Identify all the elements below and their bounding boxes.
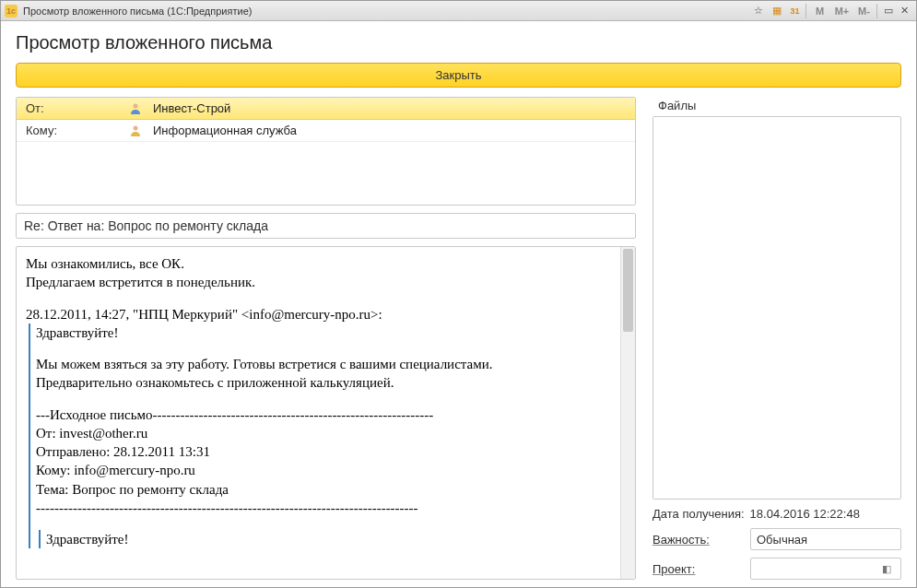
email-headers: От: Инвест-Строй Кому: Информационная сл… (16, 97, 636, 206)
app-icon: 1c (5, 5, 18, 18)
close-button[interactable]: Закрыть (16, 63, 901, 88)
body-line: Тема: Вопрос по ремонту склада (36, 480, 611, 499)
files-label: Файлы (652, 97, 901, 116)
files-list[interactable] (652, 116, 901, 500)
body-line: Отправлено: 28.12.2011 13:31 (36, 442, 611, 461)
body-line: Мы можем взяться за эту работу. Готовы в… (36, 355, 611, 373)
left-column: От: Инвест-Строй Кому: Информационная сл… (16, 97, 636, 580)
mminus-button[interactable]: M- (852, 3, 875, 19)
body-line: ---Исходное письмо----------------------… (36, 406, 611, 424)
svg-point-0 (134, 103, 138, 108)
person-icon (127, 123, 144, 139)
calculator-icon[interactable]: ▦ (767, 3, 785, 19)
scrollbar[interactable] (620, 247, 635, 579)
importance-label: Важность: (652, 533, 745, 547)
close-icon[interactable]: ✕ (896, 3, 912, 19)
importance-value: Обычная (757, 533, 895, 547)
mplus-button[interactable]: M+ (830, 3, 852, 19)
body-line: Мы ознакомились, все ОК. (26, 254, 611, 273)
app-window: 1c Просмотр вложенного письма (1С:Предпр… (0, 0, 917, 588)
person-icon (127, 100, 144, 117)
body-line: От: invest@other.ru (36, 424, 611, 442)
scrollbar-thumb[interactable] (623, 249, 633, 332)
importance-field[interactable]: Обычная (750, 528, 901, 550)
favorite-icon[interactable]: ☆ (748, 3, 767, 19)
received-value: 18.04.2016 12:22:48 (750, 507, 901, 521)
body-line: Здравствуйте! (46, 530, 611, 548)
to-row[interactable]: Кому: Информационная служба (17, 120, 635, 142)
calendar-icon[interactable]: 31 (785, 3, 804, 19)
window-title: Просмотр вложенного письма (1С:Предприят… (23, 6, 252, 17)
page-title: Просмотр вложенного письма (16, 32, 901, 53)
quoted-block: Здравствуйте! Мы можем взяться за эту ра… (29, 323, 611, 549)
right-column: Файлы Дата получения: 18.04.2016 12:22:4… (652, 97, 901, 580)
email-body-text[interactable]: Мы ознакомились, все ОК. Предлагаем встр… (17, 247, 620, 579)
to-label: Кому: (17, 123, 127, 137)
body-line: Кому: info@mercury-npo.ru (36, 461, 611, 479)
importance-row: Важность: Обычная (652, 528, 901, 550)
open-icon[interactable]: ◧ (878, 563, 895, 575)
from-row[interactable]: От: Инвест-Строй (17, 98, 635, 120)
from-value: Инвест-Строй (153, 101, 230, 115)
m-button[interactable]: M (808, 3, 830, 19)
body-line: Здравствуйте! (36, 323, 611, 342)
body-line: 28.12.2011, 14:27, "НПЦ Меркурий" <info@… (26, 305, 611, 323)
to-value: Информационная служба (153, 123, 297, 137)
svg-point-1 (134, 125, 138, 130)
maximize-icon[interactable]: ▭ (879, 3, 896, 19)
content-area: Просмотр вложенного письма Закрыть От: И… (1, 21, 916, 587)
body-line: Предварительно ознакомьтесь с приложенно… (36, 373, 611, 392)
titlebar: 1c Просмотр вложенного письма (1С:Предпр… (1, 1, 916, 21)
from-label: От: (17, 101, 127, 115)
body-line: ----------------------------------------… (36, 499, 611, 517)
project-row: Проект: ◧ (652, 558, 901, 580)
project-label: Проект: (652, 562, 745, 576)
email-body: Мы ознакомились, все ОК. Предлагаем встр… (16, 246, 636, 580)
received-label: Дата получения: (652, 507, 745, 521)
received-row: Дата получения: 18.04.2016 12:22:48 (652, 507, 901, 521)
body-line: Предлагаем встретится в понедельник. (26, 273, 611, 291)
project-field[interactable]: ◧ (750, 558, 901, 580)
nested-quote: Здравствуйте! (39, 530, 611, 548)
subject-field[interactable]: Re: Ответ на: Вопрос по ремонту склада (16, 213, 636, 239)
